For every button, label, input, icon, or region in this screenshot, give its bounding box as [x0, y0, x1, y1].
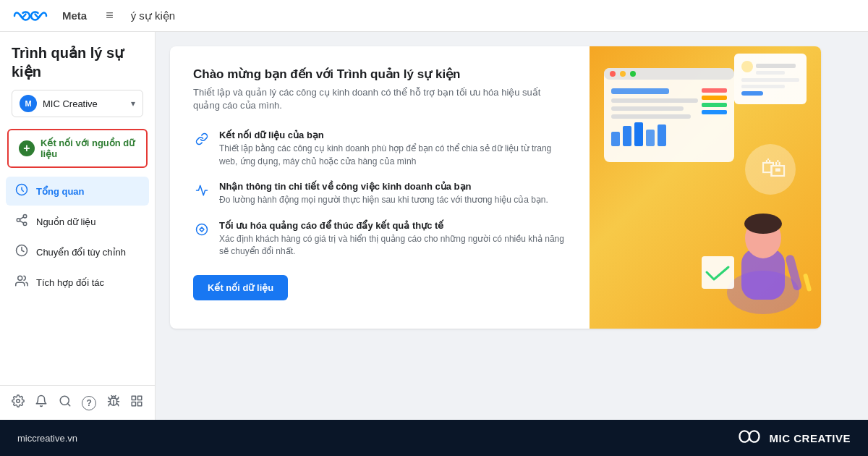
sidebar-nav: Tổng quan Nguồn dữ liệu: [0, 174, 155, 385]
svg-rect-26: [623, 126, 631, 146]
meta-text: Meta: [62, 9, 87, 22]
svg-rect-11: [132, 396, 135, 400]
footer-url: miccreative.vn: [17, 433, 77, 444]
feature-title: Nhận thông tin chi tiết về công việc kin…: [219, 181, 548, 192]
main-layout: Trình quản lý sự kiện M MIC Creative ▾ +…: [0, 32, 868, 420]
svg-rect-31: [702, 96, 727, 100]
help-icon[interactable]: ?: [82, 396, 96, 410]
svg-rect-40: [741, 91, 763, 96]
svg-rect-32: [702, 103, 727, 107]
svg-point-19: [620, 71, 626, 77]
topbar-title: ý sự kiện: [131, 9, 176, 22]
svg-point-18: [610, 71, 616, 77]
feature-desc: Xác định khách hàng có giá trị và hiển t…: [219, 233, 566, 258]
connect-data-cta-button[interactable]: Kết nối dữ liệu: [193, 275, 288, 300]
svg-rect-24: [611, 114, 691, 119]
svg-rect-21: [611, 88, 669, 94]
link-icon: [193, 130, 210, 148]
svg-rect-13: [137, 402, 141, 406]
footer-bar: miccreative.vn MIC CREATIVE: [0, 420, 868, 456]
chevron-down-icon: ▾: [131, 98, 135, 109]
top-bar: Meta ≡ ý sự kiện: [0, 0, 868, 32]
svg-point-20: [630, 71, 636, 77]
welcome-card-left: Chào mừng bạn đến với Trình quản lý sự k…: [170, 46, 590, 329]
svg-rect-29: [658, 124, 666, 146]
feature-item-connect: Kết nối dữ liệu của bạn Thiết lập bằng c…: [193, 130, 566, 168]
bug-icon[interactable]: [107, 394, 120, 411]
account-avatar: M: [20, 95, 37, 112]
sidebar-footer: ?: [0, 385, 155, 420]
svg-rect-12: [137, 396, 141, 400]
feature-desc: Đo lường hành động mọi người thực hiện s…: [219, 194, 548, 206]
hamburger-icon[interactable]: ≡: [106, 8, 114, 23]
connect-data-button[interactable]: + Kết nối với nguồn dữ liệu: [10, 132, 145, 165]
chart-icon: [193, 182, 210, 199]
sidebar-item-label: Nguồn dữ liệu: [36, 216, 96, 227]
svg-rect-28: [646, 130, 655, 146]
connect-label: Kết nối với nguồn dữ liệu: [41, 138, 136, 159]
svg-rect-25: [611, 132, 620, 146]
feature-text: Kết nối dữ liệu của bạn Thiết lập bằng c…: [219, 130, 566, 168]
account-name: MIC Creative: [43, 98, 125, 109]
optimize-icon: [193, 221, 210, 238]
welcome-card: Chào mừng bạn đến với Trình quản lý sự k…: [170, 46, 821, 329]
datasource-icon: [14, 214, 29, 229]
svg-rect-38: [741, 78, 799, 82]
svg-rect-14: [132, 402, 135, 406]
svg-point-46: [744, 214, 782, 234]
sidebar-item-label: Tích hợp đối tác: [36, 277, 104, 288]
footer-brand-name: MIC CREATIVE: [770, 432, 851, 444]
meta-logo: [12, 9, 49, 22]
plus-icon: +: [19, 140, 35, 156]
svg-point-35: [741, 61, 753, 72]
sidebar-item-tich-hop[interactable]: Tích hợp đối tác: [6, 268, 149, 297]
content-area: Chào mừng bạn đến với Trình quản lý sự k…: [156, 32, 868, 420]
svg-rect-39: [741, 85, 785, 88]
mic-logo-icon: [736, 428, 762, 448]
notifications-icon[interactable]: [35, 394, 48, 411]
svg-rect-27: [634, 122, 643, 146]
feature-list: Kết nối dữ liệu của bạn Thiết lập bằng c…: [193, 130, 566, 258]
svg-rect-37: [756, 71, 785, 75]
feature-title: Kết nối dữ liệu của bạn: [219, 130, 566, 140]
feature-item-optimize: Tối ưu hóa quảng cáo để thúc đẩy kết quả…: [193, 220, 566, 258]
svg-rect-48: [803, 273, 812, 292]
svg-text:🛍: 🛍: [761, 153, 787, 182]
sidebar-title: Trình quản lý sự kiện: [12, 43, 143, 81]
feature-item-insights: Nhận thông tin chi tiết về công việc kin…: [193, 181, 566, 206]
sidebar-item-label: Chuyển đổi tùy chỉnh: [36, 247, 126, 258]
grid-icon[interactable]: [130, 394, 143, 411]
feature-title: Tối ưu hóa quảng cáo để thúc đẩy kết quả…: [219, 220, 566, 231]
svg-rect-36: [756, 64, 796, 68]
sidebar: Trình quản lý sự kiện M MIC Creative ▾ +…: [0, 32, 156, 420]
sidebar-header: Trình quản lý sự kiện M MIC Creative ▾: [0, 32, 155, 123]
svg-line-10: [67, 403, 69, 405]
sidebar-item-label: Tổng quan: [36, 186, 85, 197]
svg-rect-33: [702, 110, 727, 114]
svg-rect-22: [611, 98, 698, 103]
feature-desc: Thiết lập bằng các công cụ kinh doanh ph…: [219, 143, 566, 168]
connect-btn-wrapper: + Kết nối với nguồn dữ liệu: [7, 129, 148, 168]
account-selector[interactable]: M MIC Creative ▾: [12, 90, 143, 117]
settings-icon[interactable]: [12, 394, 25, 411]
svg-line-4: [20, 221, 23, 223]
conversion-icon: [14, 244, 29, 260]
svg-point-7: [18, 276, 22, 280]
welcome-title: Chào mừng bạn đến với Trình quản lý sự k…: [193, 67, 566, 82]
search-icon[interactable]: [59, 394, 72, 411]
svg-line-5: [20, 217, 23, 219]
sidebar-item-tong-quan[interactable]: Tổng quan: [6, 177, 149, 206]
footer-brand: MIC CREATIVE: [736, 428, 851, 448]
sidebar-item-nguon-du-lieu[interactable]: Nguồn dữ liệu: [6, 207, 149, 236]
overview-icon: [14, 183, 29, 199]
feature-text: Tối ưu hóa quảng cáo để thúc đẩy kết quả…: [219, 220, 566, 258]
sidebar-item-chuyen-doi[interactable]: Chuyển đổi tùy chỉnh: [6, 237, 149, 266]
welcome-card-illustration: 🛍: [590, 46, 821, 329]
svg-point-8: [17, 400, 20, 403]
feature-text: Nhận thông tin chi tiết về công việc kin…: [219, 181, 548, 206]
svg-point-15: [197, 224, 208, 235]
svg-rect-30: [702, 88, 727, 93]
partner-icon: [14, 274, 29, 290]
svg-rect-23: [611, 106, 684, 111]
welcome-subtitle: Thiết lập và quản lý các công cụ kinh do…: [193, 86, 566, 112]
